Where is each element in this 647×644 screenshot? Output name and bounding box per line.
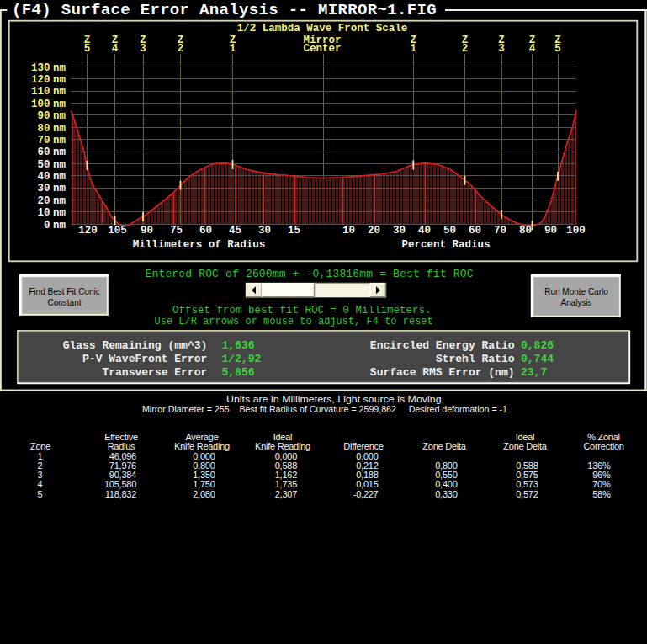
- svg-text:2: 2: [178, 43, 184, 55]
- svg-text:nm: nm: [53, 195, 66, 207]
- svg-text:Find Best Fit Conic: Find Best Fit Conic: [29, 287, 99, 296]
- svg-text:nm: nm: [53, 146, 66, 158]
- svg-text:Use L/R arrows or mouse to adj: Use L/R arrows or mouse to adjust, F4 to…: [155, 316, 433, 327]
- svg-text:71,976: 71,976: [109, 460, 136, 471]
- svg-text:0,800: 0,800: [193, 460, 215, 471]
- svg-text:75: 75: [170, 225, 183, 237]
- svg-text:1: 1: [230, 43, 236, 55]
- svg-text:2: 2: [38, 460, 43, 471]
- svg-text:nm: nm: [53, 98, 66, 110]
- svg-text:nm: nm: [53, 123, 66, 135]
- svg-text:nm: nm: [53, 159, 66, 171]
- svg-text:nm: nm: [53, 220, 66, 232]
- svg-text:0: 0: [44, 220, 50, 232]
- svg-text:Transverse Error: Transverse Error: [102, 366, 207, 379]
- svg-text:5: 5: [84, 43, 91, 55]
- svg-text:130: 130: [31, 62, 50, 74]
- svg-text:0,000: 0,000: [193, 451, 215, 461]
- svg-text:80: 80: [37, 123, 50, 135]
- svg-text:5,856: 5,856: [222, 366, 255, 379]
- svg-text:nm: nm: [53, 135, 66, 146]
- svg-text:Strehl Ratio: Strehl Ratio: [436, 353, 515, 365]
- svg-text:0,212: 0,212: [356, 460, 378, 471]
- svg-text:40: 40: [37, 171, 50, 183]
- svg-text:Average: Average: [185, 432, 218, 442]
- svg-text:0,588: 0,588: [275, 460, 297, 471]
- svg-text:nm: nm: [53, 110, 66, 122]
- svg-text:nm: nm: [53, 74, 66, 86]
- svg-text:nm: nm: [53, 62, 66, 74]
- svg-text:Correction: Correction: [583, 441, 623, 451]
- svg-text:4: 4: [529, 43, 536, 55]
- svg-text:58%: 58%: [592, 489, 611, 499]
- svg-text:3: 3: [498, 43, 505, 55]
- svg-text:Percent Radius: Percent Radius: [401, 239, 490, 251]
- svg-text:60: 60: [469, 225, 481, 237]
- svg-text:30: 30: [258, 225, 271, 237]
- svg-text:1,636: 1,636: [222, 339, 255, 352]
- svg-text:nm: nm: [53, 86, 66, 98]
- svg-text:50: 50: [37, 159, 50, 171]
- svg-text:15: 15: [288, 225, 300, 237]
- svg-text:Knife Reading: Knife Reading: [255, 441, 310, 451]
- svg-text:118,832: 118,832: [105, 489, 136, 499]
- svg-text:40: 40: [418, 225, 431, 237]
- svg-text:70: 70: [37, 135, 50, 146]
- svg-text:0,000: 0,000: [356, 451, 378, 461]
- svg-text:4: 4: [112, 43, 119, 55]
- svg-text:1,750: 1,750: [193, 479, 215, 489]
- svg-text:0,330: 0,330: [435, 489, 457, 499]
- svg-text:70: 70: [494, 225, 506, 237]
- svg-text:Run Monte Carlo: Run Monte Carlo: [544, 287, 608, 296]
- svg-text:Zone Delta: Zone Delta: [503, 441, 547, 451]
- svg-text:nm: nm: [53, 207, 66, 219]
- svg-text:P-V WaveFront Error: P-V WaveFront Error: [82, 353, 207, 365]
- svg-text:1: 1: [38, 451, 43, 461]
- svg-text:Encircled Energy Ratio: Encircled Energy Ratio: [370, 339, 515, 352]
- svg-text:5: 5: [554, 43, 561, 55]
- svg-text:96%: 96%: [592, 470, 611, 480]
- svg-text:0,588: 0,588: [516, 460, 538, 471]
- svg-text:0,572: 0,572: [516, 489, 538, 499]
- svg-text:nm: nm: [53, 183, 66, 194]
- svg-text:120: 120: [78, 225, 98, 237]
- svg-text:120: 120: [31, 74, 50, 86]
- svg-text:Zone Delta: Zone Delta: [422, 441, 466, 451]
- svg-text:90,384: 90,384: [109, 470, 136, 480]
- svg-text:2,307: 2,307: [275, 489, 297, 499]
- svg-text:110: 110: [31, 86, 50, 98]
- svg-text:80: 80: [519, 225, 532, 237]
- svg-text:Millimeters of Radius: Millimeters of Radius: [133, 239, 266, 251]
- svg-text:70%: 70%: [592, 479, 611, 489]
- svg-text:105: 105: [108, 225, 127, 237]
- svg-text:100: 100: [31, 98, 50, 110]
- svg-text:0,015: 0,015: [356, 479, 378, 489]
- svg-text:0,826: 0,826: [521, 339, 554, 352]
- svg-text:5: 5: [38, 489, 43, 499]
- svg-text:0,400: 0,400: [435, 479, 457, 489]
- svg-text:1: 1: [411, 43, 417, 55]
- svg-text:136%: 136%: [587, 460, 611, 471]
- svg-text:Analysis: Analysis: [560, 298, 591, 307]
- svg-text:% Zonal: % Zonal: [587, 432, 620, 442]
- svg-text:23,7: 23,7: [521, 366, 547, 379]
- svg-text:30: 30: [37, 183, 50, 194]
- svg-text:1/2,92: 1/2,92: [222, 353, 262, 365]
- svg-text:0,550: 0,550: [435, 470, 457, 480]
- svg-text:10: 10: [37, 207, 50, 219]
- svg-text:90: 90: [37, 110, 50, 122]
- svg-text:Center: Center: [303, 43, 341, 55]
- svg-text:30: 30: [393, 225, 406, 237]
- svg-text:Ideal: Ideal: [516, 432, 535, 442]
- svg-text:2,080: 2,080: [193, 489, 215, 499]
- svg-text:Offset from best fit ROC = 0 M: Offset from best fit ROC = 0 Millimeters…: [172, 305, 432, 317]
- svg-text:90: 90: [141, 225, 153, 237]
- svg-text:20: 20: [37, 195, 50, 207]
- svg-text:2: 2: [462, 43, 469, 55]
- svg-text:Constant: Constant: [47, 298, 81, 307]
- svg-text:90: 90: [544, 225, 557, 237]
- svg-text:Radius: Radius: [108, 441, 135, 451]
- svg-text:0,573: 0,573: [516, 479, 538, 489]
- svg-text:0,000: 0,000: [275, 451, 297, 461]
- svg-text:Mirror Diameter = 255 Best: Mirror Diameter = 255 Best fit Radius of…: [142, 404, 507, 414]
